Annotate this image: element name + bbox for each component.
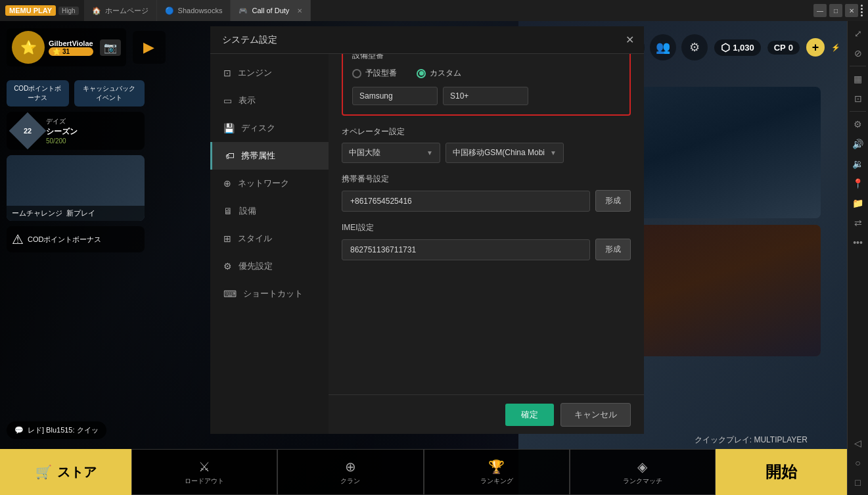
imei-input[interactable] (342, 239, 590, 260)
confirm-button[interactable]: 確定 (505, 404, 554, 426)
tab-homepage[interactable]: 🏠 ホームページ (84, 0, 157, 21)
sidebar-grid-icon[interactable]: ▦ (850, 70, 867, 87)
friends-icon-btn[interactable]: 👥 (650, 34, 676, 60)
nav-mobile[interactable]: 🏷 携帯属性 (210, 142, 329, 170)
season-card[interactable]: 22 デイズ シーズン 50/200 (7, 112, 145, 150)
sidebar-rotate-icon[interactable]: ⇄ (850, 214, 867, 231)
cancel-button[interactable]: キャンセル (560, 403, 631, 427)
start-label: 開始 (765, 461, 797, 483)
clan-icon: ⊕ (345, 459, 356, 475)
store-button[interactable]: 🛒 ストア (0, 449, 131, 495)
phone-input[interactable] (342, 191, 590, 212)
imei-label: IMEI設定 (342, 222, 631, 233)
ranking-icon: 🏆 (488, 459, 505, 475)
sidebar-location-icon[interactable]: 📍 (850, 175, 867, 192)
nav-shortcut[interactable]: ⌨ ショートカット (210, 280, 329, 308)
operator-label: オペレーター設定 (342, 126, 631, 137)
tab-shadowsocks[interactable]: 🔵 Shadowsocks (157, 0, 231, 21)
radio-preset-label: 予設型番 (365, 68, 397, 79)
shadowsocks-icon: 🔵 (165, 7, 174, 15)
challenge-card[interactable]: ームチャレンジ 新プレイ (7, 155, 145, 221)
right-sidebar: ⤢ ⊘ ▦ ⊡ ⚙ 🔊 🔉 📍 📁 ⇄ ••• ◁ ○ □ (847, 21, 868, 495)
nav-display[interactable]: ▭ 表示 (210, 87, 329, 114)
camera-icon-btn[interactable]: 📷 (100, 39, 121, 56)
start-button[interactable]: 開始 (716, 449, 847, 495)
tab-callofduty[interactable]: 🎮 Call of Duty ✕ (231, 0, 311, 21)
network-icon: ⊕ (223, 178, 231, 189)
chat-bubble: 💬 レド] Blu1515: クイッ (7, 421, 106, 439)
season-diamond: 22 (9, 112, 47, 150)
cp-label: CP (774, 43, 786, 53)
operator-region-select[interactable]: 中国大陸 ▼ (342, 143, 440, 163)
nav-disk-label: ディスク (241, 122, 275, 134)
settings-modal-title: システム設定 (210, 26, 644, 54)
tab-callofduty-label: Call of Duty (252, 7, 289, 14)
cod-bonus-card[interactable]: CODポイントボーナス (7, 80, 69, 106)
maximize-button[interactable]: □ (829, 4, 842, 17)
phone-generate-button[interactable]: 形成 (595, 190, 631, 212)
rankmatch-icon: ◈ (637, 459, 647, 475)
currency1-icon: ⬡ (721, 41, 730, 54)
nav-device-label: 設備 (239, 205, 256, 217)
nav-disk[interactable]: 💾 ディスク (210, 114, 329, 142)
titlebar-logo-area: MEMU PLAY High (0, 5, 84, 16)
nav-network[interactable]: ⊕ ネットワーク (210, 170, 329, 197)
sidebar-recent-icon[interactable]: □ (850, 474, 867, 491)
sidebar-volume-up-icon[interactable]: 🔊 (850, 135, 867, 153)
radio-preset[interactable]: 予設型番 (352, 68, 397, 79)
tab-close-icon[interactable]: ✕ (297, 7, 302, 14)
minimize-button[interactable]: — (813, 4, 827, 17)
sidebar-more-icon[interactable]: ••• (850, 234, 867, 251)
hud-level: ⭐ 31 (49, 47, 93, 56)
sidebar-expand-icon[interactable]: ⤢ (850, 25, 867, 42)
sidebar-divider-1 (850, 66, 866, 66)
sidebar-divider-2 (850, 111, 866, 112)
daily-bonus-card[interactable]: ⚠ CODポイントボーナス (7, 226, 145, 252)
nav-rankmatch[interactable]: ◈ ランクマッチ (570, 449, 716, 495)
tab-shadowsocks-label: Shadowsocks (178, 7, 223, 14)
operator-network-value: 中国移动GSM(China Mobi (453, 147, 545, 158)
season-label: シーズン (46, 126, 78, 137)
chat-text: レド] Blu1515: クイッ (28, 425, 99, 435)
loadout-icon: ⚔ (198, 459, 210, 475)
radio-custom-dot (419, 71, 424, 76)
nav-clan[interactable]: ⊕ クラン (277, 449, 423, 495)
hud-name-block: GilbertViolae ⭐ 31 (49, 39, 93, 56)
nav-device[interactable]: 🖥 設備 (210, 197, 329, 225)
nav-priority[interactable]: ⚙ 優先設定 (210, 252, 329, 280)
nav-style[interactable]: ⊞ スタイル (210, 225, 329, 252)
radio-custom-circle (417, 69, 426, 78)
sidebar-back-icon[interactable]: ◁ (850, 435, 867, 452)
challenge-label: ームチャレンジ 新プレイ (7, 206, 145, 221)
close-button[interactable]: ✕ (845, 4, 858, 17)
sidebar-layout-icon[interactable]: ⊡ (850, 90, 867, 107)
nav-engine[interactable]: ⊡ エンジン (210, 59, 329, 87)
sidebar-home-icon[interactable]: ○ (850, 454, 867, 471)
model-input[interactable] (443, 87, 528, 105)
imei-generate-button[interactable]: 形成 (595, 239, 631, 260)
video-button[interactable]: ▶ (133, 31, 166, 64)
sidebar-settings-icon[interactable]: ⚙ (850, 116, 867, 133)
cashback-card[interactable]: キャッシュバックイベント (74, 80, 145, 106)
nav-shortcut-label: ショートカット (243, 288, 303, 300)
currency1-value: 1,030 (733, 43, 754, 53)
bottom-bar: 🛒 ストア ⚔ ロードアウト ⊕ クラン 🏆 ランキング ◈ ランクマッチ 開始 (0, 449, 847, 495)
menu-dots[interactable] (861, 5, 863, 16)
display-icon: ▭ (223, 95, 232, 106)
modal-close-button[interactable]: ✕ (622, 32, 637, 47)
sidebar-folder-icon[interactable]: 📁 (850, 195, 867, 212)
left-panel: CODポイントボーナス キャッシュバックイベント 22 デイズ シーズン 50/… (7, 80, 145, 252)
settings-icon-btn[interactable]: ⚙ (681, 34, 708, 60)
chevron-down-icon: ▼ (426, 149, 433, 156)
sidebar-volume-down-icon[interactable]: 🔉 (850, 155, 867, 172)
rankmatch-label: ランクマッチ (623, 477, 662, 486)
manufacturer-input[interactable] (352, 87, 438, 105)
bonus-row: CODポイントボーナス キャッシュバックイベント (7, 80, 145, 106)
operator-network-select[interactable]: 中国移动GSM(China Mobi ▼ (445, 143, 564, 163)
nav-ranking[interactable]: 🏆 ランキング (424, 449, 570, 495)
add-currency-button[interactable]: + (806, 38, 825, 57)
nav-loadout[interactable]: ⚔ ロードアウト (131, 449, 277, 495)
radio-custom[interactable]: カスタム (417, 68, 461, 79)
nav-mobile-label: 携帯属性 (241, 150, 275, 162)
sidebar-resize-icon[interactable]: ⊘ (850, 45, 867, 62)
